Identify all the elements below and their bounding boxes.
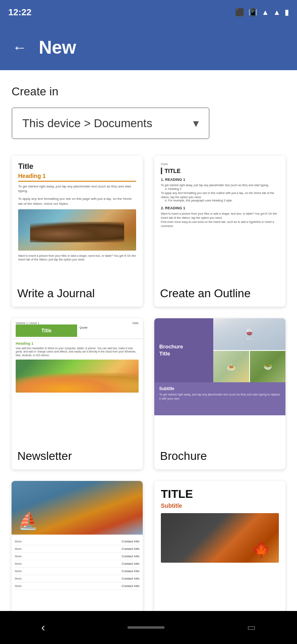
template-label-outline: Create an Outline xyxy=(154,279,285,307)
template-card-newsletter[interactable]: Volume 1 | Issue 1 Date Title Quote xyxy=(12,318,143,469)
nav-recents-button[interactable]: ▭ xyxy=(247,622,256,633)
app-bar: ← New xyxy=(0,25,297,70)
nav-home-pill[interactable] xyxy=(127,626,165,629)
status-bar-left: 12:22 xyxy=(8,7,31,18)
create-in-label: Create in xyxy=(12,85,285,98)
template-grid: Title Heading 1 To get started right awa… xyxy=(12,156,285,632)
nav-back-button[interactable]: ‹ xyxy=(41,621,45,634)
template-label-newsletter: Newsletter xyxy=(12,442,143,469)
template-preview-brochure: BrochureTitle Su xyxy=(154,318,285,442)
directory-row-7: Item Contact Info xyxy=(15,582,139,590)
template-card-outline[interactable]: Date TITLE 1. READING 1 To get started r… xyxy=(154,156,285,307)
template-card-directory[interactable]: Item Contact Info Item Contact Info Item… xyxy=(12,481,143,632)
journal-preview-image xyxy=(18,209,136,251)
location-selector-text: This device > Documents xyxy=(22,117,152,130)
brochure-top: BrochureTitle xyxy=(154,318,285,382)
template-card-title-page[interactable]: TITLE Subtitle Title Page xyxy=(154,481,285,632)
cast-icon: ⬛ xyxy=(235,8,244,17)
directory-rows: Item Contact Info Item Contact Info Item… xyxy=(12,535,143,593)
directory-header-image xyxy=(12,481,143,535)
directory-row-6: Item Contact Info xyxy=(15,575,139,582)
journal-preview-text: To get started right away, just tap any … xyxy=(18,184,136,193)
title-preview-title: TITLE xyxy=(161,488,279,501)
newsletter-image xyxy=(16,360,139,393)
vibrate-icon: 📳 xyxy=(248,8,257,17)
location-selector[interactable]: This device > Documents ▾ xyxy=(12,107,210,139)
back-button[interactable]: ← xyxy=(12,39,27,56)
template-preview-title-page: TITLE Subtitle xyxy=(154,481,285,605)
newsletter-title-row: Title Quote xyxy=(16,324,139,337)
template-preview-outline: Date TITLE 1. READING 1 To get started r… xyxy=(154,156,285,279)
time-display: 12:22 xyxy=(8,7,31,18)
journal-rocks xyxy=(30,222,125,242)
journal-preview-title: Title xyxy=(18,162,136,171)
main-content: Create in This device > Documents ▾ Titl… xyxy=(0,70,297,644)
directory-row-5: Item Contact Info xyxy=(15,568,139,575)
journal-preview-subtext: To apply any text formatting you see on … xyxy=(18,197,136,206)
battery-icon: ▮ xyxy=(285,8,289,17)
journal-footnote: Want to insert a picture from your files… xyxy=(18,254,136,261)
directory-row-1: Item Contact Info xyxy=(15,538,139,545)
journal-preview-heading: Heading 1 xyxy=(18,173,136,182)
outline-section-1: 1. READING 1 To get started right away, … xyxy=(161,178,279,202)
signal-icon: ▲ xyxy=(273,8,280,17)
directory-row-3: Item Contact Info xyxy=(15,553,139,560)
directory-row-4: Item Contact Info xyxy=(15,560,139,568)
newsletter-body: Heading 1 Volu add this newsletter to Wo… xyxy=(12,339,143,395)
template-preview-journal: Title Heading 1 To get started right awa… xyxy=(12,156,143,279)
outline-date: Date xyxy=(161,162,279,166)
title-preview-image xyxy=(161,513,279,563)
wifi-icon: ▲ xyxy=(262,8,269,17)
template-label-journal: Write a Journal xyxy=(12,279,143,307)
status-bar-right: ⬛ 📳 ▲ ▲ ▮ xyxy=(235,8,289,17)
template-preview-directory: Item Contact Info Item Contact Info Item… xyxy=(12,481,143,605)
newsletter-vol: Volume 1 | Issue 1 Date xyxy=(16,322,139,324)
template-preview-newsletter: Volume 1 | Issue 1 Date Title Quote xyxy=(12,318,143,442)
title-preview-subtitle: Subtitle xyxy=(161,502,279,509)
outline-section-2: 2. READING 1 Want to insert a picture fr… xyxy=(161,206,279,228)
nav-bar: ‹ ▭ xyxy=(0,611,297,644)
template-label-brochure: Brochure xyxy=(154,442,285,469)
template-card-journal[interactable]: Title Heading 1 To get started right awa… xyxy=(12,156,143,307)
status-bar: 12:22 ⬛ 📳 ▲ ▲ ▮ xyxy=(0,0,297,25)
directory-row-2: Item Contact Info xyxy=(15,545,139,553)
brochure-bottom: Subtitle To get started right away, just… xyxy=(154,382,285,415)
chevron-down-icon: ▾ xyxy=(193,116,199,130)
template-card-brochure[interactable]: BrochureTitle Su xyxy=(154,318,285,469)
page-title: New xyxy=(39,37,76,58)
outline-main-title: TITLE xyxy=(161,168,279,174)
